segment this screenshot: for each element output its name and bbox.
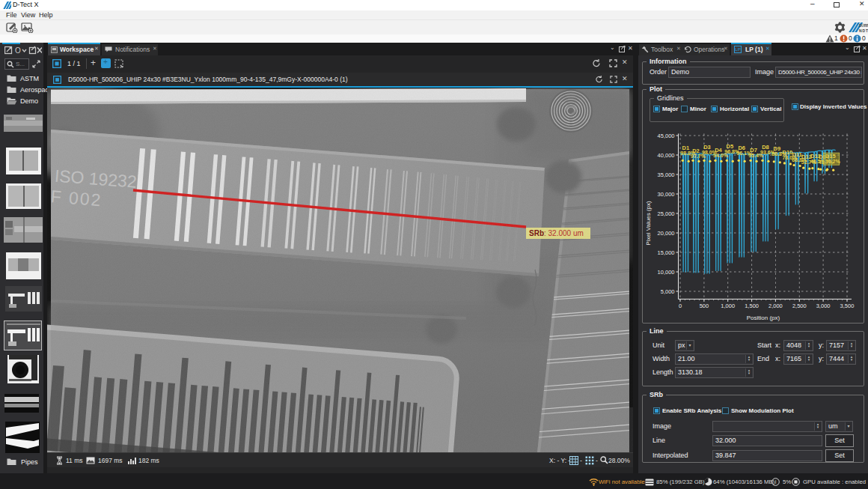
svg-text:500: 500 (700, 303, 709, 309)
svg-text:Pixel Values (px): Pixel Values (px) (645, 201, 652, 246)
svg-text:3,500: 3,500 (840, 303, 855, 309)
svg-text:10,000: 10,000 (658, 269, 675, 276)
svg-text:3,000: 3,000 (816, 303, 831, 309)
svg-text:20,000: 20,000 (658, 230, 675, 237)
svg-text:1,500: 1,500 (745, 303, 759, 309)
svg-text:2,000: 2,000 (768, 303, 783, 309)
svg-text:30.2%: 30.2% (825, 159, 841, 164)
svg-text:0: 0 (679, 303, 682, 309)
svg-text:O: O (15, 46, 21, 55)
svg-text:15,000: 15,000 (658, 249, 675, 256)
svg-text:30,000: 30,000 (658, 191, 675, 198)
svg-text:45,000: 45,000 (658, 133, 675, 139)
svg-text:NDT: NDT (859, 28, 868, 33)
svg-text:DÜRR: DÜRR (859, 23, 868, 28)
svg-text:35,000: 35,000 (658, 171, 675, 178)
svg-text:25,000: 25,000 (658, 210, 675, 217)
svg-text:Position (px): Position (px) (747, 315, 780, 321)
svg-text:2,500: 2,500 (792, 303, 807, 309)
svg-text:i: i (775, 479, 777, 485)
svg-text:5,000: 5,000 (661, 288, 675, 295)
svg-text:40,000: 40,000 (658, 152, 675, 159)
svg-text:1,000: 1,000 (721, 303, 735, 309)
